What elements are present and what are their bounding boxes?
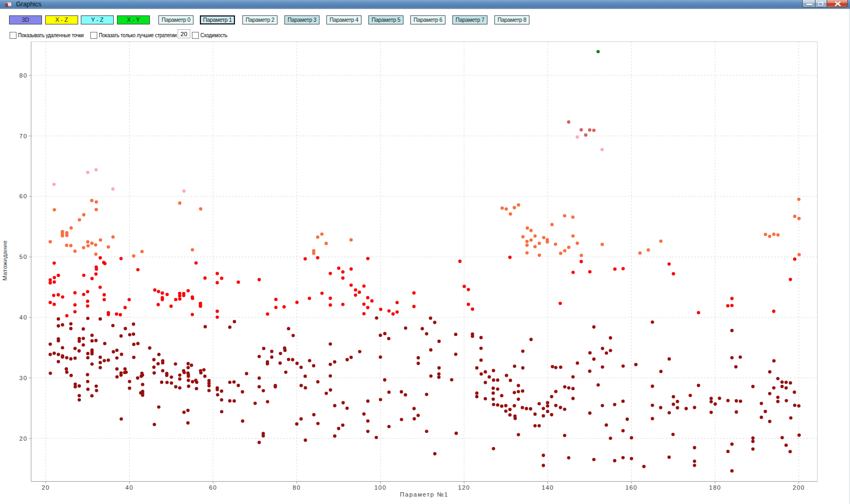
svg-text:120: 120 [458,484,470,491]
svg-text:60: 60 [209,484,217,491]
svg-text:140: 140 [542,484,554,491]
svg-text:20: 20 [41,484,49,491]
svg-text:100: 100 [374,484,386,491]
svg-text:Матожидание: Матожидание [2,240,8,281]
svg-text:40: 40 [125,484,133,491]
svg-text:80: 80 [19,72,27,79]
svg-text:70: 70 [19,133,27,139]
svg-text:60: 60 [19,193,27,199]
svg-text:50: 50 [19,254,27,260]
svg-text:20: 20 [19,435,27,442]
svg-text:Параметр №1: Параметр №1 [400,491,448,498]
svg-text:200: 200 [793,484,805,491]
svg-text:180: 180 [709,484,721,491]
svg-text:160: 160 [625,484,637,491]
svg-text:30: 30 [19,375,27,381]
svg-text:40: 40 [19,314,27,321]
svg-text:80: 80 [293,484,301,491]
